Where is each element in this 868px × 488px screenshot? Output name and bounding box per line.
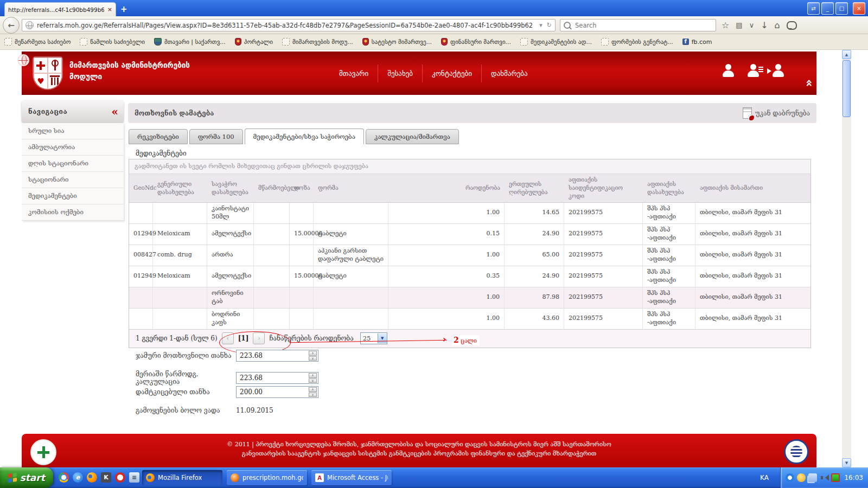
firefox-icon[interactable] <box>87 472 97 483</box>
sidebar-item[interactable]: სრული სია <box>22 123 124 139</box>
minimize-button[interactable]: _ <box>821 2 834 15</box>
language-indicator[interactable]: KA <box>756 472 773 484</box>
back-button[interactable]: ← <box>3 17 20 34</box>
column-header[interactable]: ფორმა <box>314 174 388 202</box>
spinner-down-icon[interactable]: ∨ <box>309 378 317 383</box>
user-icon[interactable] <box>720 63 737 78</box>
spinner-up-icon[interactable]: ∧ <box>309 373 317 378</box>
tab-close-icon[interactable]: × <box>107 6 112 13</box>
logout-icon[interactable] <box>770 63 787 78</box>
maximize-button[interactable]: □ <box>835 2 848 15</box>
taskbar-window-button[interactable]: prescription.moh.gov... <box>227 470 307 485</box>
spinner-stepper[interactable]: ∧∨ <box>309 351 317 361</box>
bookmark-item[interactable]: პორტალი <box>235 38 273 46</box>
kmp-icon[interactable]: K <box>101 472 111 483</box>
scroll-up-icon[interactable]: ▲ <box>842 50 851 59</box>
spinner-stepper[interactable]: ∧∨ <box>309 373 317 383</box>
column-header[interactable]: აფთიაქის მისამართი <box>695 174 810 202</box>
bookmark-item[interactable]: მეწარმეთა საძიებო <box>4 38 71 46</box>
scroll-top-chevron-icon[interactable]: « <box>804 79 815 87</box>
bookmark-item[interactable]: მედიკამენტების ად... <box>520 38 592 46</box>
pocket-icon[interactable]: ∨ <box>749 19 755 32</box>
spinner-down-icon[interactable]: ∨ <box>309 393 317 397</box>
taskbar-window-button[interactable]: Mozilla Firefox <box>142 470 222 485</box>
select-dropdown-icon[interactable]: ▼ <box>378 333 387 343</box>
header-nav-link[interactable]: შესახებ <box>378 65 422 82</box>
table-row[interactable]: ორნოვინი ტაბ1.0087.98202199575შპს პსპ -ა… <box>129 287 810 309</box>
bookmark-item[interactable]: მიმართვების მოდუ... <box>282 38 353 46</box>
spinner-up-icon[interactable]: ∧ <box>309 351 317 356</box>
scrollbar-thumb[interactable] <box>843 60 851 117</box>
app-icon[interactable]: ≡ <box>129 472 139 483</box>
network-icon[interactable] <box>808 473 817 482</box>
header-nav-link[interactable]: დახმარება <box>481 65 537 82</box>
amount-input[interactable]: 200.00∧∨ <box>236 386 318 398</box>
table-row[interactable]: 008427comb. drugართრააპკიანი გარსით დაფა… <box>129 245 810 266</box>
page-size-select[interactable]: 25 ▼ <box>360 332 387 344</box>
url-dropdown-icon[interactable]: ▾ <box>539 22 542 29</box>
tab-switch-button[interactable]: ⇄ <box>807 2 820 15</box>
page-tab[interactable]: რეკვიზიტები <box>129 129 188 144</box>
key-icon[interactable] <box>797 473 806 482</box>
new-tab-button[interactable]: + <box>120 4 127 14</box>
sidebar-item[interactable]: სტაციონარი <box>22 172 124 188</box>
language-globe-icon[interactable] <box>17 54 29 66</box>
taskbar-window-button[interactable]: AMicrosoft Access - Ju... <box>311 470 392 485</box>
column-header[interactable]: რაოდენობა <box>388 174 505 202</box>
ie-icon[interactable]: e <box>73 472 83 483</box>
search-bar[interactable] <box>560 19 716 31</box>
site-logo[interactable]: ♥ <box>34 57 62 89</box>
table-row[interactable]: ბოდრინი კაფს1.0043.60202199575შპს პსპ -ა… <box>129 309 810 329</box>
teamviewer-icon[interactable] <box>786 473 794 482</box>
browser-tab[interactable]: http://referrals...c4f-1c90bb499b62 × <box>4 2 116 16</box>
url-bar[interactable]: referrals.moh.gov.ge/ReferralsHall/Pages… <box>22 19 556 31</box>
column-header[interactable]: დოზა <box>290 174 314 202</box>
page-tab[interactable]: მედიკამენტები/სხვა საჭიროება <box>245 129 364 144</box>
bookmarks-menu-icon[interactable]: ▤ <box>736 19 742 32</box>
table-row[interactable]: კაინოსტატი 50მლ1.0014.65202199575შპს პსპ… <box>129 203 810 224</box>
column-header[interactable]: ერთეულის ღირებულება <box>505 174 564 202</box>
bookmark-item[interactable]: ffb.com <box>682 38 712 46</box>
sidebar-item[interactable]: კომისიის ოქმები <box>22 204 124 221</box>
back-document-icon[interactable] <box>743 107 752 119</box>
column-header[interactable]: მწარმოებელი <box>254 174 290 202</box>
header-nav-link[interactable]: მთავარი <box>330 65 378 82</box>
column-header[interactable]: აფთიაქის საიდენტიფიკაციო კოდი <box>564 174 643 202</box>
table-row[interactable]: 012949Meloxicamამელოტექსი15.00000ტაბლეტი… <box>129 266 810 287</box>
sidebar-collapse-icon[interactable]: « <box>112 105 118 118</box>
bookmark-item[interactable]: სატესტო მიმართვე... <box>362 38 432 46</box>
close-button[interactable]: × <box>853 2 865 15</box>
amount-input[interactable]: 223.68∧∨ <box>236 372 318 384</box>
column-header[interactable]: აფთიაქის დასახელება <box>643 174 695 202</box>
bookmark-item[interactable]: წამლის საძიებელი <box>80 38 145 46</box>
spinner-stepper[interactable]: ∧∨ <box>309 387 317 397</box>
home-icon[interactable]: ⌂ <box>775 19 780 32</box>
page-tab[interactable]: კალკულაცია/მიმართვა <box>366 129 459 144</box>
back-link[interactable]: უკან დაბრუნება <box>755 110 810 117</box>
user-list-icon[interactable] <box>745 63 762 78</box>
sidebar-item[interactable]: მედიკამენტები <box>22 188 124 204</box>
page-tab[interactable]: ფორმა 100 <box>189 129 243 144</box>
scroll-down-icon[interactable]: ▼ <box>842 458 851 467</box>
header-nav-link[interactable]: კონტაქტები <box>422 65 481 82</box>
bookmark-star-icon[interactable]: ☆ <box>722 19 729 32</box>
monitor-icon[interactable] <box>831 473 840 482</box>
sidebar-item[interactable]: დღის სტაციონარი <box>22 156 124 172</box>
spinner-up-icon[interactable]: ∧ <box>309 387 317 392</box>
column-header[interactable]: გენერიული დასახელება <box>153 174 207 202</box>
amount-input[interactable]: 223.68∧∨ <box>236 350 318 362</box>
downloads-icon[interactable]: ↓ <box>761 19 768 32</box>
start-button[interactable]: start <box>0 467 53 488</box>
bookmark-item[interactable]: მთავარი | საქართვ... <box>154 38 226 46</box>
opera-icon[interactable] <box>115 472 125 483</box>
reload-icon[interactable]: ↻ <box>547 22 552 29</box>
table-row[interactable]: 012949Meloxicamამელოტექსი15.00000ტაბლეტი… <box>129 224 810 245</box>
bookmark-item[interactable]: ფორმების გენერატ... <box>601 38 673 46</box>
page-scrollbar[interactable]: ▲ ▼ <box>842 50 851 467</box>
column-header[interactable]: სავაჭრო დასახელება <box>207 174 254 202</box>
hello-icon[interactable] <box>787 21 797 30</box>
search-input[interactable] <box>574 21 712 30</box>
spinner-down-icon[interactable]: ∨ <box>309 356 317 361</box>
sidebar-item[interactable]: ამბულატორია <box>22 139 124 156</box>
column-header[interactable]: GeoNdc <box>129 174 153 202</box>
